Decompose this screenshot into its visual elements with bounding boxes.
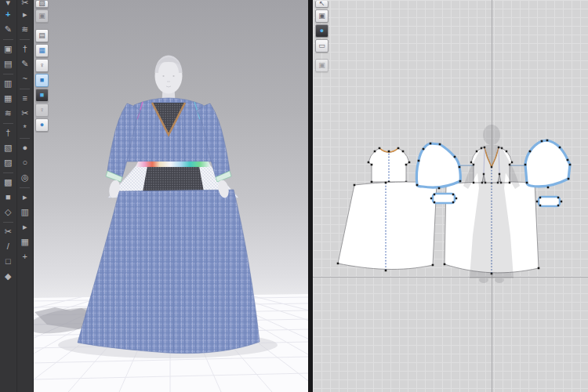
pattern-shaded-icon[interactable]: ■ [35,89,49,102]
fabric-roll-tool-icon[interactable]: ▥ [17,205,33,220]
segment-sewing-tool-icon[interactable]: ▦ [0,91,16,106]
3d-scene [33,0,308,392]
cut-tool-icon[interactable]: ✂ [17,0,33,7]
transform-pattern-tool-icon[interactable]: ▤ [0,56,16,71]
shirt-fold-tool-icon[interactable]: ◆ [0,269,16,284]
tack-tool-icon[interactable]: ✎ [17,56,33,71]
expand-pattern-tool-icon[interactable]: + [17,249,33,264]
pattern-piece-cuff-left[interactable] [431,194,456,203]
toolbar-column-2: ✂ ▸ ≋ † ✎ ~ ≡ ✂ * [17,0,34,392]
pattern-piece-bodice-back[interactable] [368,148,409,182]
2d-pattern-viewport[interactable]: ↖ ▣ ● ▭ ▣ [313,0,588,392]
show-3d-garment-icon[interactable]: ▤ [35,29,49,42]
free-sewing-tool-icon[interactable]: ≋ [0,106,16,121]
fabric-texture-select-icon[interactable]: ▸ [17,220,33,234]
viewport2d-toolbar: ↖ ▣ ● ▭ ▣ [315,1,328,72]
dress-bodice[interactable] [124,98,213,162]
garment-texture-icon[interactable]: ▦ [35,44,49,57]
vest-tool-icon[interactable]: ■ [0,190,16,205]
garment-shirt-tool-icon[interactable]: ▣ [0,42,16,56]
jacket-tool-icon[interactable]: ▩ [0,175,16,190]
zipper-tool-icon[interactable]: ◎ [17,170,33,185]
pattern-piece-sleeve-left[interactable] [416,143,460,188]
fold-arrangement-tool-icon[interactable]: ▨ [0,155,16,170]
pattern-piece-skirt-left[interactable] [338,182,437,270]
fabric-select-tool-icon[interactable]: ▸ [17,190,33,205]
2d-pattern-scene [313,0,588,392]
show-pattern-active-icon[interactable]: ■ [35,74,49,87]
pattern-piece-cuff-right[interactable] [537,197,561,206]
fabric-texture-roll-icon[interactable]: ▦ [17,234,33,249]
sewing-lines-tool-icon[interactable]: ≋ [17,22,33,37]
sewing-machine-tool-icon[interactable]: ▥ [0,76,16,91]
edit-pattern-tool-icon[interactable]: ✎ [0,22,16,37]
viewport3d-toolbar: ▨ ▣ ▤ ▦ ♀ ■ ■ ♀ ● [35,1,49,132]
brush-tool-icon[interactable]: ▧ [0,140,16,155]
strain-band [136,162,211,167]
pin-tool-icon[interactable]: † [0,125,16,140]
shirt-arrange-tool-icon[interactable]: □ [0,254,16,269]
measure-tool-icon[interactable]: ≡ [17,91,33,106]
select-move-tool-icon[interactable]: + [0,7,16,22]
toolbar-column-1: ▾ + ✎ ▣ ▤ ▥ ▦ ≋ † [0,0,17,392]
buttonhole-tool-icon[interactable]: ○ [17,155,33,170]
select-pattern-tool-icon[interactable]: ↖ [315,1,328,8]
internal-line-tool-icon[interactable]: / [0,239,16,254]
dress-skirt[interactable] [78,190,260,354]
button-tool-icon[interactable]: ● [17,140,33,155]
curve-tool-icon[interactable]: ~ [17,71,33,86]
flattening-tool-icon[interactable]: ◇ [0,205,16,220]
render-mode-icon[interactable]: ▨ [35,1,49,8]
environment-sphere-icon[interactable]: ● [35,118,49,132]
pattern-piece-sleeve-right[interactable] [525,140,570,187]
needle-tool-icon[interactable]: † [17,42,33,56]
panel-divider[interactable] [308,0,313,392]
3d-viewport[interactable]: ▨ ▣ ▤ ▦ ♀ ■ ■ ♀ ● [33,0,308,392]
show-avatar-icon[interactable]: ♀ [35,59,49,72]
avatar-display-icon[interactable]: ♀ [35,103,49,117]
scissors-detail-tool-icon[interactable]: ✂ [17,106,33,121]
show-garment-toggle-icon[interactable]: ▣ [35,9,49,23]
edit-sewing-tool-icon[interactable]: ▸ [17,7,33,22]
show-pattern-piece-icon[interactable]: ▭ [315,39,328,53]
collapse-chevron-icon[interactable]: ▾ [0,0,16,7]
show-garment-thumbnail-icon[interactable]: ▣ [315,9,328,23]
grading-tool-icon[interactable]: * [17,121,33,136]
lock-pattern-icon[interactable]: ▣ [315,59,328,72]
app: ▾ + ✎ ▣ ▤ ▥ ▦ ≋ † [0,0,588,392]
texture-sphere-icon[interactable]: ● [315,24,328,38]
trace-tool-icon[interactable]: ✂ [0,224,16,239]
main-toolbar: ▾ + ✎ ▣ ▤ ▥ ▦ ≋ † [0,0,34,392]
